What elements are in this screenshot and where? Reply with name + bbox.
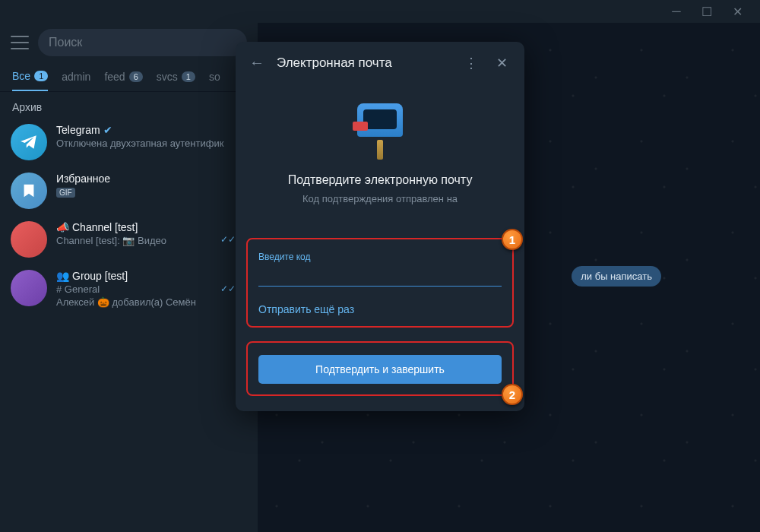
filter-all[interactable]: Все 1	[12, 70, 48, 91]
gif-badge: GIF	[56, 188, 75, 198]
email-modal: ← Электронная почта ⋮ ✕ Подтвердите элек…	[236, 42, 524, 411]
more-button[interactable]: ⋮	[462, 55, 480, 71]
filter-svcs[interactable]: svcs 1	[157, 70, 195, 91]
modal-body: Подтвердите электронную почту Код подтве…	[236, 84, 524, 224]
confirm-heading: Подтвердите электронную почту	[257, 173, 503, 187]
maximize-button[interactable]: ☐	[692, 0, 722, 23]
chat-subtitle: GIF	[56, 186, 228, 198]
filter-label: admin	[62, 71, 90, 83]
chat-subtitle: Отключена двухэтапная аутентифик	[56, 138, 247, 149]
minimize-button[interactable]: ─	[661, 0, 692, 23]
telegram-icon	[19, 132, 39, 152]
filter-label: feed	[104, 71, 125, 83]
chat-item-telegram[interactable]: Telegram ✔ Отключена двухэтапная аутенти…	[0, 118, 258, 166]
back-button[interactable]: ←	[249, 54, 264, 71]
chat-title: Telegram ✔	[56, 124, 247, 136]
filter-label: svcs	[157, 71, 178, 83]
chat-item-saved[interactable]: Избранное GIF 31	[0, 166, 258, 215]
search-input[interactable]: Поиск	[38, 29, 247, 56]
close-button[interactable]: ✕	[492, 55, 511, 71]
chat-item-group[interactable]: 👥 Group [test] # General Алексей 🎃 добав…	[0, 264, 258, 314]
chat-subtitle: Channel [test]: 📷 Видео	[56, 235, 211, 246]
avatar	[11, 221, 47, 258]
annotation-badge-1: 1	[502, 229, 523, 250]
filter-admin[interactable]: admin	[62, 70, 90, 91]
confirm-button[interactable]: Подтвердить и завершить	[258, 355, 502, 384]
modal-title: Электронная почта	[277, 55, 450, 71]
confirm-subtext: Код подтверждения отправлен на	[257, 193, 503, 204]
modal-header: ← Электронная почта ⋮ ✕	[236, 42, 524, 84]
chat-title: Избранное	[56, 173, 228, 185]
filter-badge: 1	[182, 71, 195, 82]
filter-label: Все	[12, 70, 30, 82]
chat-subtitle2: Алексей 🎃 добавил(а) Семён	[56, 296, 211, 308]
hint-bubble: ли бы написать	[572, 266, 661, 287]
chat-subtitle: # General	[56, 283, 211, 295]
confirm-email-redacted	[257, 206, 503, 224]
chat-list: Telegram ✔ Отключена двухэтапная аутенти…	[0, 118, 258, 532]
annotation-input-area: 1 Введите код Отправить ещё раз	[246, 238, 514, 328]
avatar	[11, 270, 47, 306]
sidebar-top: Поиск	[0, 23, 258, 62]
chat-item-channel[interactable]: 📣 Channel [test] Channel [test]: 📷 Видео…	[0, 215, 258, 264]
group-icon: 👥	[56, 270, 69, 282]
chat-title: 📣 Channel [test]	[56, 221, 211, 233]
read-checks-icon: ✓✓	[220, 283, 236, 294]
window-titlebar: ─ ☐ ✕	[0, 0, 760, 23]
avatar	[11, 173, 47, 209]
close-window-button[interactable]: ✕	[722, 0, 752, 23]
code-input[interactable]	[258, 264, 502, 287]
filter-feed[interactable]: feed 6	[104, 70, 142, 91]
read-checks-icon: ✓✓	[220, 234, 236, 245]
chat-body: 📣 Channel [test] Channel [test]: 📷 Видео	[56, 221, 211, 258]
mailbox-icon	[350, 99, 410, 160]
filter-badge: 1	[34, 71, 48, 81]
bookmark-icon	[21, 182, 37, 199]
chat-body: Telegram ✔ Отключена двухэтапная аутенти…	[56, 124, 247, 160]
verified-icon: ✔	[103, 124, 112, 136]
code-input-label: Введите код	[258, 252, 502, 262]
filter-label: so	[209, 71, 220, 83]
chat-body: Избранное GIF	[56, 173, 228, 209]
filter-so[interactable]: so	[209, 70, 220, 91]
menu-icon[interactable]	[11, 36, 29, 49]
chat-body: 👥 Group [test] # General Алексей 🎃 добав…	[56, 270, 211, 308]
filter-tabs: Все 1 admin feed 6 svcs 1 so	[0, 62, 258, 92]
annotation-button-area: 2 Подтвердить и завершить	[246, 341, 514, 396]
megaphone-icon: 📣	[56, 221, 69, 233]
archive-label: Архив	[0, 92, 258, 118]
annotation-badge-2: 2	[502, 384, 523, 405]
resend-link[interactable]: Отправить ещё раз	[258, 303, 502, 315]
sidebar: Поиск Все 1 admin feed 6 svcs 1 so Архив	[0, 23, 258, 532]
avatar	[11, 124, 47, 160]
app-root: Поиск Все 1 admin feed 6 svcs 1 so Архив	[0, 23, 760, 532]
chat-title: 👥 Group [test]	[56, 270, 211, 282]
filter-badge: 6	[129, 71, 143, 82]
